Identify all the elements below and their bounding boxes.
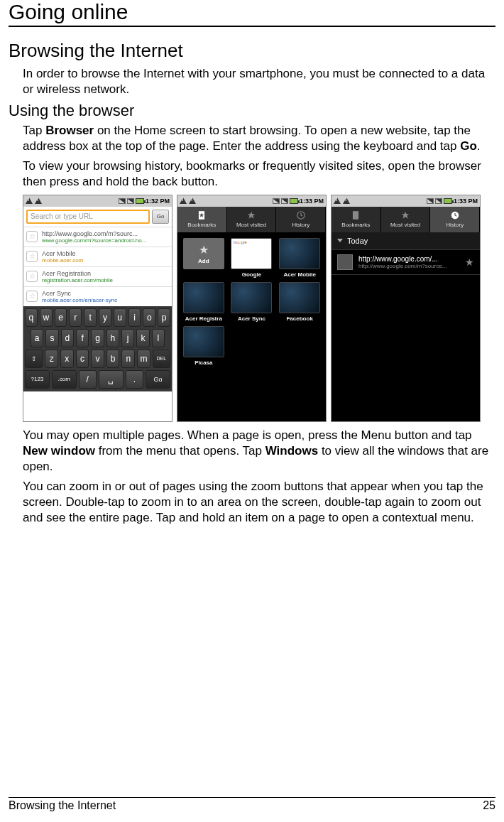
today-label: Today <box>347 237 368 245</box>
tab-label: History <box>292 222 309 228</box>
bookmark-item[interactable]: Picasa <box>182 326 226 366</box>
url-input[interactable]: Search or type URL <box>26 210 150 224</box>
star-icon <box>246 210 256 220</box>
page-footer: Browsing the Internet 25 <box>9 797 495 812</box>
battery-icon <box>290 198 298 204</box>
key-e[interactable]: e <box>55 308 67 327</box>
key-a[interactable]: a <box>31 329 43 347</box>
key-x[interactable]: x <box>60 350 74 368</box>
subsection-heading: Using the browser <box>9 102 495 120</box>
suggestion-title: Acer Mobile <box>42 250 169 257</box>
key-b[interactable]: b <box>106 350 120 368</box>
bookmark-add[interactable]: ★ Add <box>182 238 226 278</box>
warning-icon <box>189 198 196 204</box>
key-y[interactable]: y <box>99 308 111 327</box>
bold-go: Go <box>460 139 477 153</box>
text: . <box>477 139 481 153</box>
key-dot[interactable]: . <box>126 370 143 389</box>
bookmark-item[interactable]: Acer Registra <box>182 282 226 322</box>
signal-icon <box>127 198 134 204</box>
key-shift[interactable]: ⇧ <box>25 350 43 368</box>
go-button[interactable]: Go <box>152 210 169 224</box>
warning-icon <box>26 198 33 204</box>
key-slash[interactable]: / <box>79 370 97 389</box>
key-l[interactable]: l <box>152 329 165 347</box>
bookmark-label: Acer Sync <box>238 315 265 322</box>
svg-marker-5 <box>402 212 410 219</box>
key-o[interactable]: o <box>143 308 155 327</box>
tab-bar: Bookmarks Most visited History <box>332 207 480 232</box>
bookmark-item[interactable]: Google Google <box>230 238 274 278</box>
history-url: http://www.google.com/m?source... <box>358 263 459 269</box>
tab-bookmarks[interactable]: Bookmarks <box>177 207 227 232</box>
clock-icon <box>450 210 460 220</box>
bookmark-label: Picasa <box>195 359 212 366</box>
history-group-today[interactable]: Today <box>332 232 480 250</box>
key-t[interactable]: t <box>84 308 97 327</box>
key-s[interactable]: s <box>45 329 58 347</box>
suggestion-item[interactable]: ☆ Acer Mobile mobile.acer.com <box>23 247 172 266</box>
tab-history[interactable]: History <box>430 207 480 232</box>
clock: 1:33 PM <box>300 198 324 205</box>
suggestion-url: www.google.com/m?source=android-ho... <box>42 237 169 244</box>
tab-bookmarks[interactable]: Bookmarks <box>332 207 381 232</box>
key-n[interactable]: n <box>121 350 135 368</box>
screenshot-2: 1:33 PM Bookmarks Most visited History <box>177 195 327 422</box>
tab-label: Bookmarks <box>341 222 370 228</box>
status-bar: 1:32 PM <box>23 195 172 207</box>
section-heading: Browsing the Internet <box>9 40 495 62</box>
key-c[interactable]: c <box>76 350 89 368</box>
key-symbols[interactable]: ?123 <box>25 370 50 389</box>
bold-windows: Windows <box>265 444 318 458</box>
key-dotcom[interactable]: .com <box>52 370 77 389</box>
tab-label: History <box>446 222 464 228</box>
history-item[interactable]: http://www.google.com/... http://www.goo… <box>332 250 480 275</box>
bookmark-grid: ★ Add Google Google Acer Mobile Acer Reg… <box>177 232 326 372</box>
warning-icon <box>343 198 350 204</box>
bookmark-label: Acer Registra <box>185 315 222 322</box>
bookmark-item[interactable]: Acer Mobile <box>278 238 322 278</box>
tab-most-visited[interactable]: Most visited <box>227 207 277 232</box>
key-j[interactable]: j <box>121 329 134 347</box>
svg-marker-2 <box>248 212 256 219</box>
star-icon <box>400 210 410 220</box>
key-p[interactable]: p <box>158 308 170 327</box>
bookmark-label: Google <box>242 271 262 278</box>
text: You may open multiple pages. When a page… <box>23 428 472 442</box>
bookmark-icon: ☆ <box>26 231 38 242</box>
suggestion-item[interactable]: ☆ http://www.google.com/m?sourc... www.g… <box>23 227 172 247</box>
key-w[interactable]: w <box>40 308 53 327</box>
suggestion-item[interactable]: ☆ Acer Registration registration.acer.co… <box>23 266 172 286</box>
key-k[interactable]: k <box>136 329 149 347</box>
text: from the menu that opens. Tap <box>95 444 265 458</box>
paragraph-2: To view your browsing history, bookmarks… <box>23 158 495 190</box>
key-space[interactable]: ␣ <box>99 370 124 389</box>
key-u[interactable]: u <box>114 308 126 327</box>
key-q[interactable]: q <box>25 308 38 327</box>
suggestion-url: mobile.acer.com/en/acer-sync <box>42 297 169 303</box>
key-i[interactable]: i <box>128 308 141 327</box>
clock: 1:33 PM <box>454 198 478 205</box>
bookmark-item[interactable]: Facebook <box>278 282 322 322</box>
key-go[interactable]: Go <box>146 370 170 389</box>
key-v[interactable]: v <box>91 350 104 368</box>
star-icon[interactable]: ★ <box>465 256 474 268</box>
key-z[interactable]: z <box>45 350 58 368</box>
paragraph-3: You may open multiple pages. When a page… <box>23 428 495 475</box>
suggestion-item[interactable]: ☆ Acer Sync mobile.acer.com/en/acer-sync <box>23 286 172 306</box>
key-d[interactable]: d <box>61 329 74 347</box>
key-f[interactable]: f <box>76 329 89 347</box>
key-r[interactable]: r <box>69 308 82 327</box>
key-del[interactable]: DEL <box>153 350 170 368</box>
tab-most-visited[interactable]: Most visited <box>381 207 431 232</box>
keyboard: q w e r t y u i o p a s d <box>23 306 172 391</box>
key-h[interactable]: h <box>106 329 119 347</box>
signal-icon <box>119 198 126 204</box>
tab-history[interactable]: History <box>276 207 326 232</box>
tab-bar: Bookmarks Most visited History <box>177 207 326 232</box>
key-m[interactable]: m <box>137 350 150 368</box>
bookmark-item[interactable]: Acer Sync <box>230 282 274 322</box>
key-g[interactable]: g <box>91 329 104 347</box>
text: Tap <box>23 124 45 137</box>
warning-icon <box>334 198 341 204</box>
